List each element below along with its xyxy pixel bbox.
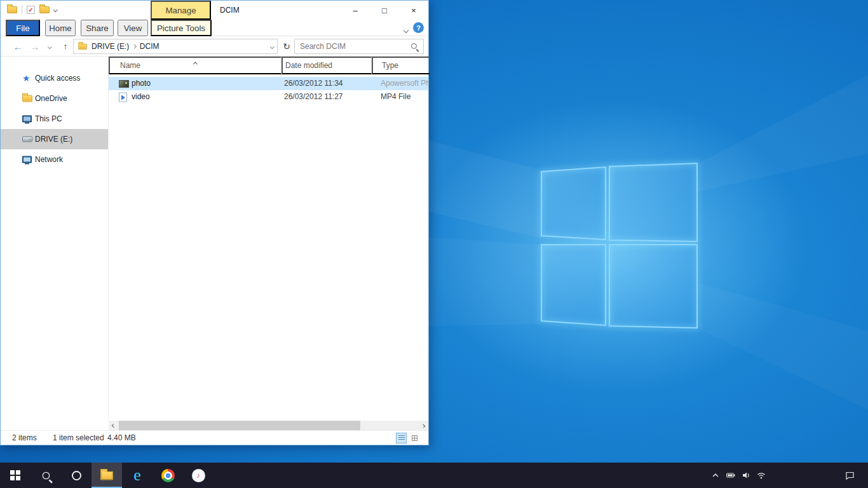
- ribbon-tab-row: File Home Share View Picture Tools ?: [1, 20, 428, 36]
- help-button[interactable]: ?: [413, 22, 424, 33]
- sidebar-item-quick-access[interactable]: ★ Quick access: [1, 68, 108, 88]
- search-input[interactable]: [295, 39, 423, 53]
- column-header-date-modified[interactable]: Date modified: [281, 57, 372, 74]
- breadcrumb-segment-dcim[interactable]: DCIM: [140, 42, 159, 51]
- explorer-folder-icon[interactable]: [7, 6, 17, 13]
- column-header-type[interactable]: Type: [372, 57, 430, 74]
- details-view-button[interactable]: [396, 433, 407, 444]
- file-name: photo: [132, 77, 151, 90]
- maximize-button[interactable]: □: [370, 1, 399, 20]
- cortana-button[interactable]: [61, 463, 92, 488]
- video-file-icon: [119, 92, 127, 102]
- navigation-pane: ★ Quick access OneDrive This PC DRIVE (E…: [1, 57, 109, 421]
- window-controls: – □ ×: [341, 1, 428, 20]
- forward-button[interactable]: →: [27, 36, 43, 57]
- window-title: DCIM: [220, 1, 240, 20]
- internet-explorer-icon: e: [133, 467, 141, 484]
- customize-toolbar-chevron-icon[interactable]: [53, 8, 57, 11]
- taskbar-search-button[interactable]: [31, 463, 61, 488]
- light-beam: [697, 75, 868, 192]
- file-row-photo[interactable]: photo 26/03/2012 11:34 Apowersoft Pho: [109, 77, 428, 90]
- file-explorer-icon: [100, 471, 113, 480]
- windows-logo-icon: [541, 163, 697, 328]
- details-view-icon: [398, 435, 405, 441]
- quick-access-toolbar: ✓: [7, 5, 57, 14]
- large-icons-view-button[interactable]: [409, 433, 420, 444]
- sidebar-item-network[interactable]: Network: [1, 149, 108, 170]
- sidebar-item-drive-e[interactable]: DRIVE (E:): [1, 129, 108, 149]
- recent-locations-chevron-icon[interactable]: [44, 36, 55, 57]
- tab-home[interactable]: Home: [45, 20, 76, 36]
- drive-icon: [22, 137, 32, 142]
- expand-ribbon-chevron-icon[interactable]: [404, 25, 408, 34]
- column-header-name[interactable]: Name: [109, 57, 281, 74]
- itunes-button[interactable]: ♪: [183, 463, 214, 488]
- file-date-modified: 26/03/2012 11:34: [284, 77, 343, 90]
- taskbar: e ♪: [0, 463, 868, 488]
- refresh-button[interactable]: ↻: [280, 39, 293, 54]
- address-bar-row: ← → ↑ DRIVE (E:) DCIM ↻: [1, 36, 428, 57]
- sidebar-item-label: Network: [35, 155, 63, 164]
- sidebar-item-label: This PC: [35, 114, 62, 123]
- tab-view[interactable]: View: [118, 20, 148, 36]
- file-explorer-window: ✓ Manage DCIM – □ × File Home Share View…: [0, 0, 429, 445]
- light-beam: [697, 283, 868, 410]
- sidebar-item-label: OneDrive: [35, 94, 67, 103]
- action-center-icon[interactable]: [841, 463, 859, 488]
- network-icon: [22, 156, 32, 163]
- chrome-button[interactable]: [153, 463, 183, 488]
- file-list-pane: Name Date modified Type photo 26/03/2012…: [109, 57, 428, 421]
- search-box: [294, 39, 424, 54]
- new-folder-icon[interactable]: [39, 6, 50, 13]
- sidebar-item-label: DRIVE (E:): [35, 135, 72, 144]
- back-button[interactable]: ←: [10, 36, 26, 57]
- taskbar-file-explorer-button[interactable]: [92, 463, 122, 488]
- search-icon: [42, 471, 50, 479]
- address-dropdown-chevron-icon[interactable]: [270, 44, 274, 48]
- up-button[interactable]: ↑: [58, 36, 73, 57]
- status-selection-summary: 1 item selected: [53, 431, 104, 445]
- column-header-row: Name Date modified Type: [109, 57, 428, 74]
- status-item-count: 2 items: [12, 431, 37, 445]
- close-button[interactable]: ×: [399, 1, 428, 20]
- breadcrumb-separator-icon[interactable]: [132, 44, 136, 48]
- file-name: video: [132, 90, 150, 104]
- location-folder-icon: [78, 43, 87, 49]
- file-row-video[interactable]: video 26/03/2012 11:27 MP4 File: [109, 90, 428, 104]
- tab-share[interactable]: Share: [81, 20, 114, 36]
- breadcrumb-segment-drive[interactable]: DRIVE (E:): [92, 42, 129, 51]
- battery-icon[interactable]: [726, 470, 736, 480]
- speaker-icon[interactable]: [741, 470, 751, 480]
- internet-explorer-button[interactable]: e: [122, 463, 153, 488]
- start-button[interactable]: [0, 463, 31, 488]
- cortana-icon: [72, 471, 81, 480]
- sidebar-item-onedrive[interactable]: OneDrive: [1, 88, 108, 109]
- minimize-button[interactable]: –: [341, 1, 370, 20]
- title-bar[interactable]: ✓ Manage DCIM – □ ×: [1, 1, 428, 20]
- file-type: MP4 File: [381, 90, 429, 104]
- star-icon: ★: [22, 74, 31, 83]
- itunes-icon: ♪: [192, 469, 205, 482]
- contextual-group-manage[interactable]: Manage: [151, 1, 211, 20]
- computer-icon: [22, 116, 32, 123]
- hidden-icons-chevron-icon[interactable]: [710, 470, 721, 480]
- network-wifi-icon[interactable]: [756, 470, 766, 480]
- address-breadcrumb[interactable]: DRIVE (E:) DCIM: [73, 39, 278, 54]
- status-selection-size: 4.40 MB: [107, 431, 136, 445]
- chrome-icon: [161, 469, 175, 482]
- search-icon[interactable]: [411, 43, 417, 49]
- system-tray: [710, 463, 766, 488]
- windows-start-icon: [10, 470, 20, 480]
- sidebar-item-label: Quick access: [35, 74, 80, 83]
- onedrive-folder-icon: [22, 95, 32, 102]
- photo-file-icon: [119, 80, 129, 88]
- toolbar-separator: [22, 5, 22, 14]
- file-rows: photo 26/03/2012 11:34 Apowersoft Pho vi…: [109, 77, 428, 104]
- file-type: Apowersoft Pho: [381, 77, 429, 90]
- tab-picture-tools[interactable]: Picture Tools: [151, 20, 212, 36]
- sidebar-item-this-pc[interactable]: This PC: [1, 109, 108, 129]
- file-date-modified: 26/03/2012 11:27: [284, 90, 343, 104]
- large-icons-view-icon: [412, 435, 417, 441]
- tab-file[interactable]: File: [6, 20, 40, 36]
- properties-check-icon[interactable]: ✓: [27, 6, 35, 14]
